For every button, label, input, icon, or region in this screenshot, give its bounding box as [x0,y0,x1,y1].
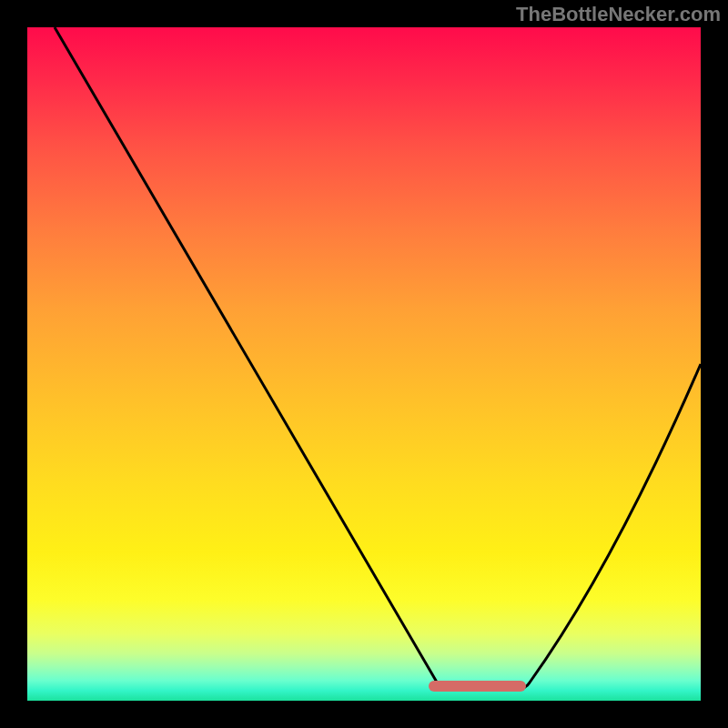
curve-path [55,27,701,689]
plot-area [27,27,701,701]
watermark-text: TheBottleNecker.com [516,3,721,26]
optimal-range-marker [429,681,526,692]
bottleneck-curve [27,27,701,701]
